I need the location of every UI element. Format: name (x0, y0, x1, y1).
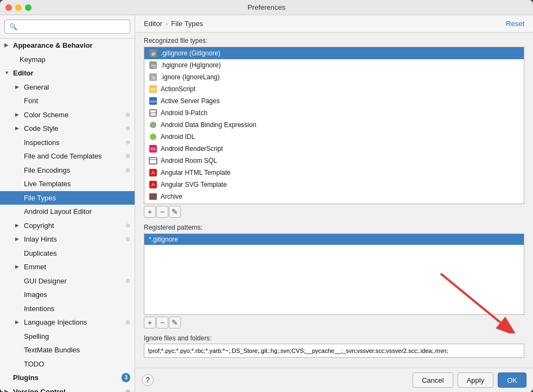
file-type-item[interactable]: .ig .ignore (IgnoreLang) (144, 71, 524, 83)
sidebar-item-file-and-code-templates[interactable]: File and Code Templates ⚙ (0, 149, 135, 163)
pattern-label: *.gitignore (149, 236, 178, 243)
gear-icon: ⚙ (125, 277, 130, 285)
sidebar-item-plugins[interactable]: Plugins 3 (0, 371, 135, 385)
sidebar-item-code-style[interactable]: ▶ Code Style ⚙ (0, 122, 135, 136)
sidebar-item-language-injections[interactable]: ▶ Language Injections ⚙ (0, 315, 135, 330)
file-type-item[interactable]: Android Room SQL (144, 155, 524, 167)
gear-icon: ⚙ (125, 138, 130, 147)
sidebar-label: Android Layout Editor (24, 206, 92, 217)
file-type-item[interactable]: Archive (144, 191, 524, 203)
sidebar-item-keymap[interactable]: Keymap (0, 53, 135, 67)
file-type-item[interactable]: .hg .hgignore (HgIgnore) (144, 59, 524, 71)
file-type-item[interactable]: Android 9-Patch (144, 107, 524, 119)
file-type-icon: .hg (149, 61, 157, 69)
maximize-button[interactable] (25, 4, 31, 11)
file-type-item[interactable]: Android IDL (144, 131, 524, 143)
sidebar-item-spelling[interactable]: Spelling (0, 330, 135, 344)
sidebar-item-inlay-hints[interactable]: ▶ Inlay Hints ⚙ (0, 232, 135, 246)
add-pattern-button[interactable]: + (144, 317, 156, 328)
sidebar-item-images[interactable]: Images (0, 288, 135, 302)
expand-icon: ▶ (15, 111, 22, 119)
cancel-button[interactable]: Cancel (413, 372, 453, 388)
search-input[interactable] (4, 20, 130, 34)
edit-file-type-button[interactable]: ✎ (169, 206, 181, 218)
sidebar-item-file-encodings[interactable]: File Encodings ⚙ (0, 163, 135, 178)
ignore-label: Ignore files and folders: (144, 334, 524, 342)
file-type-icon (149, 132, 157, 141)
sidebar-item-emmet[interactable]: ▶ Emmet (0, 260, 135, 274)
bottom-bar: ? Cancel Apply OK (135, 368, 533, 392)
sidebar-item-version-control[interactable]: ▶ Version Control ⚙ (0, 385, 135, 393)
file-type-item[interactable]: .gi .gitignore (GitIgnore) (144, 47, 524, 59)
breadcrumb-separator: › (166, 20, 168, 28)
help-button[interactable]: ? (142, 374, 154, 386)
expand-icon: ▶ (15, 125, 22, 132)
sidebar-item-file-types[interactable]: File Types (0, 191, 135, 205)
sidebar-label: GUI Designer (24, 276, 67, 287)
sidebar-search-container (0, 15, 135, 39)
right-panel: Editor › File Types Reset Recognized fil… (135, 15, 533, 392)
ok-button[interactable]: OK (498, 372, 526, 388)
sidebar-label: Intentions (24, 304, 54, 314)
remove-pattern-button[interactable]: − (156, 317, 168, 328)
add-file-type-button[interactable]: + (144, 206, 156, 218)
svg-rect-23 (149, 193, 157, 200)
remove-file-type-button[interactable]: − (156, 206, 168, 218)
sidebar-item-todo[interactable]: TODO (0, 357, 135, 371)
svg-text:.ig: .ig (151, 75, 155, 80)
file-type-label: .ignore (IgnoreLang) (161, 73, 220, 81)
patterns-list: *.gitignore (144, 233, 524, 315)
file-type-label: Android 9-Patch (161, 109, 207, 117)
edit-pattern-button[interactable]: ✎ (169, 317, 181, 328)
sidebar-item-duplicates[interactable]: Duplicates (0, 246, 135, 261)
sidebar-label: Live Templates (24, 179, 71, 189)
file-type-item[interactable]: AS ActionScript (144, 83, 524, 95)
sidebar-item-live-templates[interactable]: Live Templates (0, 177, 135, 191)
sidebar-item-appearance-behavior[interactable]: ▶ Appearance & Behavior (0, 39, 135, 53)
right-panel-inner: Recognized file types: .gi .gitignore (G… (135, 33, 533, 368)
sidebar-item-intentions[interactable]: Intentions (0, 302, 135, 316)
sidebar-label: File and Code Templates (24, 151, 102, 162)
sidebar-item-textmate-bundles[interactable]: TextMate Bundles (0, 343, 135, 357)
sidebar-item-gui-designer[interactable]: GUI Designer ⚙ (0, 274, 135, 288)
file-type-item[interactable]: RS Android RenderScript (144, 143, 524, 155)
sidebar-label: Plugins (13, 372, 39, 383)
sidebar-item-general[interactable]: ▶ General (0, 80, 135, 94)
window-controls (5, 4, 31, 11)
file-type-label: Android RenderScript (161, 145, 223, 153)
gear-icon: ⚙ (125, 124, 130, 132)
ignore-input[interactable] (144, 344, 524, 358)
file-type-item[interactable]: A Angular SVG Template (144, 179, 524, 191)
sidebar-item-copyright[interactable]: ▶ Copyright ⚙ (0, 219, 135, 233)
apply-button[interactable]: Apply (458, 372, 494, 388)
patterns-toolbar: + − ✎ (144, 315, 524, 330)
file-type-icon: A (149, 168, 157, 177)
gear-icon: ⚙ (125, 111, 130, 119)
close-button[interactable] (5, 4, 12, 11)
sidebar-label: Language Injections (24, 317, 87, 328)
registered-patterns-section: Registered patterns: *.gitignore + − ✎ (135, 222, 533, 332)
sidebar-label: Spelling (24, 331, 49, 342)
file-type-item[interactable]: 🤖 Android Data Binding Expression (144, 119, 524, 131)
reset-button[interactable]: Reset (506, 20, 524, 28)
file-type-icon: RS (149, 144, 157, 153)
minimize-button[interactable] (15, 4, 22, 11)
sidebar-item-inspections[interactable]: Inspections ⚙ (0, 136, 135, 150)
plugins-badge: 3 (122, 373, 130, 382)
file-type-label: Android Room SQL (161, 157, 217, 165)
file-types-list: .gi .gitignore (GitIgnore) .hg .hgignore… (144, 47, 524, 204)
file-types-toolbar: + − ✎ (144, 204, 524, 219)
registered-patterns-label: Registered patterns: (144, 224, 524, 231)
sidebar-item-editor[interactable]: ▼ Editor (0, 66, 135, 80)
pattern-item[interactable]: *.gitignore (144, 234, 524, 245)
sidebar-item-color-scheme[interactable]: ▶ Color Scheme ⚙ (0, 108, 135, 122)
right-header: Editor › File Types Reset (135, 15, 533, 33)
file-type-item[interactable]: ASP Active Server Pages (144, 95, 524, 107)
ignore-section: Ignore files and folders: (135, 332, 533, 360)
sidebar-item-android-layout-editor[interactable]: Android Layout Editor (0, 205, 135, 219)
sidebar-item-font[interactable]: Font (0, 94, 135, 108)
svg-text:AS: AS (150, 87, 156, 91)
svg-text:A: A (151, 170, 155, 175)
file-type-item[interactable]: A Angular HTML Template (144, 167, 524, 179)
file-type-label: Android IDL (161, 133, 195, 141)
